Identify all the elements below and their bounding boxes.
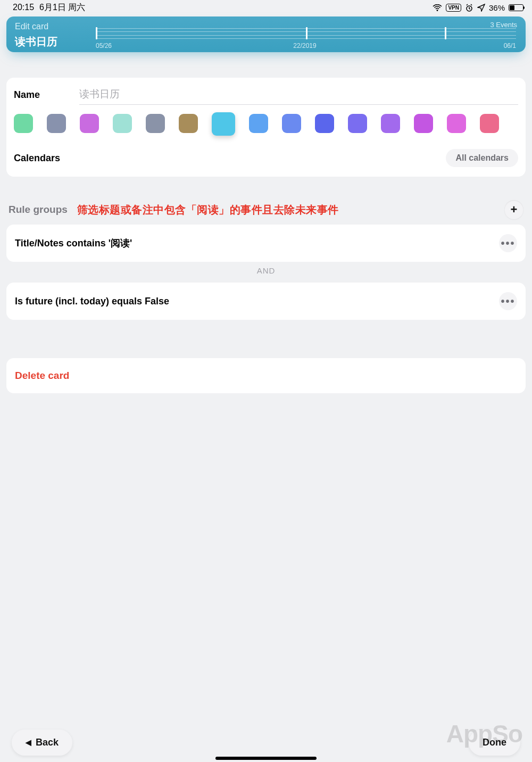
color-swatch[interactable] xyxy=(249,114,268,133)
bottom-bar: Back Done xyxy=(0,730,532,756)
rule-row[interactable]: Is future (incl. today) equals False ••• xyxy=(6,283,526,320)
status-time: 20:15 xyxy=(13,3,34,12)
calendars-label: Calendars xyxy=(14,153,60,164)
add-rule-button[interactable]: + xyxy=(504,200,523,219)
rule-text: Title/Notes contains '阅读' xyxy=(15,237,132,250)
timeline-end: 06/1 xyxy=(504,42,516,49)
timeline-mid: 22/2019 xyxy=(293,42,316,49)
rule-text: Is future (incl. today) equals False xyxy=(15,296,169,307)
color-swatch[interactable] xyxy=(447,114,466,133)
color-swatch[interactable] xyxy=(315,114,334,133)
svg-point-0 xyxy=(437,10,438,11)
rule-row[interactable]: Title/Notes contains '阅读' ••• xyxy=(6,225,526,262)
rule-groups-title: Rule groups xyxy=(9,204,68,216)
delete-card-panel[interactable]: Delete card xyxy=(6,358,526,393)
battery-percent: 36% xyxy=(489,3,505,12)
rule-connector: AND xyxy=(0,262,532,277)
delete-card-label: Delete card xyxy=(15,370,69,381)
rule-groups-note: 筛选标题或备注中包含「阅读」的事件且去除未来事件 xyxy=(77,203,339,217)
wifi-icon xyxy=(433,4,442,12)
color-swatch[interactable] xyxy=(179,114,198,133)
location-icon xyxy=(477,4,485,12)
home-indicator xyxy=(215,757,317,760)
color-swatch[interactable] xyxy=(381,114,400,133)
status-bar: 20:15 6月1日 周六 VPN 36% xyxy=(0,0,532,14)
status-date: 6月1日 周六 xyxy=(39,2,85,13)
timeline-labels: 05/26 22/2019 06/1 xyxy=(96,42,516,49)
color-swatch[interactable] xyxy=(47,114,66,133)
rule-more-button[interactable]: ••• xyxy=(499,234,517,252)
color-swatch[interactable] xyxy=(282,114,301,133)
color-swatch[interactable] xyxy=(212,112,235,136)
timeline-start: 05/26 xyxy=(96,42,112,49)
color-swatch[interactable] xyxy=(146,114,165,133)
vpn-badge: VPN xyxy=(446,4,461,12)
rule-groups-header: Rule groups 筛选标题或备注中包含「阅读」的事件且去除未来事件 + xyxy=(9,200,523,219)
card-settings-panel: Name Calendars All calendars xyxy=(6,78,526,177)
edit-card-header: Edit card 读书日历 3 Events 05/26 22/2019 06… xyxy=(6,16,526,52)
back-button[interactable]: Back xyxy=(12,730,72,756)
done-button[interactable]: Done xyxy=(469,730,520,756)
rule-more-button[interactable]: ••• xyxy=(499,292,517,310)
color-swatch[interactable] xyxy=(113,114,132,133)
battery-icon xyxy=(509,4,523,11)
name-label: Name xyxy=(14,89,40,101)
color-swatch[interactable] xyxy=(480,114,499,133)
calendars-selector[interactable]: All calendars xyxy=(446,149,518,167)
color-swatch[interactable] xyxy=(414,114,433,133)
color-swatch[interactable] xyxy=(348,114,367,133)
color-swatch[interactable] xyxy=(80,114,99,133)
color-swatch-row xyxy=(14,109,518,143)
alarm-icon xyxy=(465,4,473,12)
timeline xyxy=(96,27,516,39)
color-swatch[interactable] xyxy=(14,114,33,133)
name-input[interactable] xyxy=(79,85,518,105)
